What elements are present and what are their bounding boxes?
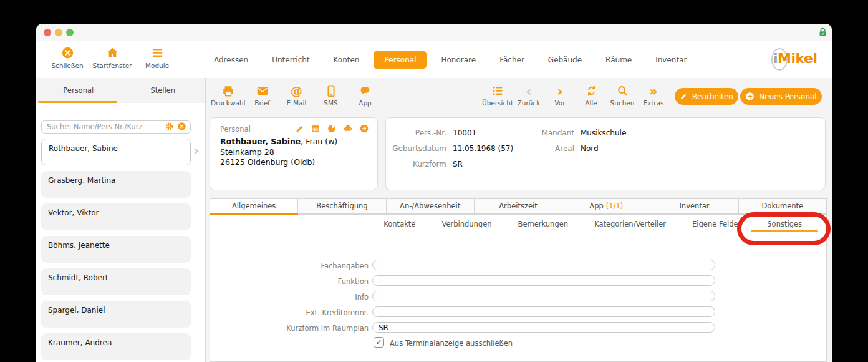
nav-tab-unterricht[interactable]: Unterricht xyxy=(260,51,321,69)
druckwahl-button[interactable]: Druckwahl xyxy=(211,83,245,107)
menu-icon xyxy=(135,46,180,60)
vor-label: Vor xyxy=(544,99,576,107)
zurueck-button[interactable]: ‹ Zurück xyxy=(513,83,544,107)
brief-button[interactable]: Brief xyxy=(245,83,279,107)
fachangaben-input[interactable] xyxy=(372,260,715,270)
schliessen-button[interactable]: Schließen xyxy=(45,46,90,69)
calendar-icon[interactable] xyxy=(311,124,321,134)
search-clear-icon[interactable] xyxy=(177,122,186,134)
sidebar-tabs: Personal Stellen xyxy=(36,78,205,103)
close-circle-icon xyxy=(45,46,90,60)
list-item-person[interactable]: Kraumer, Andrea xyxy=(41,333,191,360)
uebersicht-button[interactable]: Übersicht xyxy=(482,83,513,107)
tab-label: App xyxy=(589,202,603,210)
phone-icon xyxy=(314,83,348,99)
schliessen-label: Schließen xyxy=(45,62,90,69)
kurzform-raumplan-input[interactable] xyxy=(372,322,715,333)
module-button[interactable]: Module xyxy=(135,46,180,69)
nav-tab-raeume[interactable]: Räume xyxy=(594,51,644,69)
nav-tab-inventar[interactable]: Inventar xyxy=(644,51,698,69)
tab-beschaeftigung[interactable]: Beschäftigung xyxy=(297,198,385,214)
email-label: E-Mail xyxy=(279,99,314,107)
nav-tab-adressen[interactable]: Adressen xyxy=(202,51,260,69)
search-settings-gear-icon[interactable] xyxy=(165,122,174,134)
person-name-suffix: , Frau (w) xyxy=(301,137,337,146)
robot-icon[interactable] xyxy=(343,124,353,134)
sidebar: Personal Stellen Rothbauer, Sabine Grasb… xyxy=(36,78,206,362)
arrow-right-circle-icon[interactable] xyxy=(359,124,369,134)
funktion-input[interactable] xyxy=(372,275,715,286)
tab-an-abwesenheit[interactable]: An-/Abwesenheit xyxy=(386,198,474,214)
sidebar-tab-stellen[interactable]: Stellen xyxy=(121,78,206,103)
person-card-title: Personal xyxy=(220,125,251,134)
email-button[interactable]: @ E-Mail xyxy=(279,83,314,107)
tab-app[interactable]: App(1/1) xyxy=(562,198,650,214)
extras-button[interactable]: » Extras xyxy=(638,83,669,107)
pers-nr-value: 10001 xyxy=(453,129,476,137)
tab-allgemeines[interactable]: Allgemeines xyxy=(210,198,297,214)
nav-tab-faecher[interactable]: Fächer xyxy=(488,51,536,69)
list-item-person[interactable]: Böhms, Jeanette xyxy=(41,236,191,263)
list-item-person[interactable]: Grasberg, Martina xyxy=(41,171,191,198)
person-name-bold: Rothbauer, Sabine xyxy=(220,137,301,146)
logo-rest: Mikel xyxy=(778,51,817,66)
subtab-kontakte[interactable]: Kontakte xyxy=(370,215,428,233)
zoom-window-button[interactable] xyxy=(66,29,74,36)
pie-chart-icon[interactable] xyxy=(327,124,337,134)
terminalanzeige-checkbox[interactable]: ✓ xyxy=(374,337,384,348)
sidebar-tab-personal[interactable]: Personal xyxy=(36,78,121,103)
neues-personal-label: Neues Personal xyxy=(759,92,816,101)
nav-tab-konten[interactable]: Konten xyxy=(322,51,372,69)
bearbeiten-label: Bearbeiten xyxy=(692,92,733,101)
list-item-person[interactable]: Rothbauer, Sabine xyxy=(41,139,191,165)
subtab-eigene-felder[interactable]: Eigene Felder xyxy=(679,215,754,233)
main-area: Druckwahl Brief @ E-Mail SMS xyxy=(206,78,832,362)
selected-chevron-icon[interactable]: › xyxy=(194,143,199,158)
ext-kreditorennr-input[interactable] xyxy=(372,306,715,317)
info-input[interactable] xyxy=(372,291,715,301)
tab-dokumente[interactable]: Dokumente xyxy=(738,198,827,214)
imikel-logo: iMikel xyxy=(764,48,822,71)
list-item-person[interactable]: Schmidt, Robert xyxy=(41,268,191,295)
subtab-bemerkungen[interactable]: Bemerkungen xyxy=(505,215,582,233)
startfenster-label: Startfenster xyxy=(90,62,135,69)
subtab-kategorien-verteiler[interactable]: Kategorien/Verteiler xyxy=(581,215,679,233)
app-button[interactable]: App xyxy=(348,83,382,107)
nav-tab-gebaeude[interactable]: Gebäude xyxy=(536,51,594,69)
printer-icon xyxy=(211,83,245,99)
at-icon: @ xyxy=(279,83,314,99)
vor-button[interactable]: › Vor xyxy=(544,83,576,107)
subtab-verbindungen[interactable]: Verbindungen xyxy=(428,215,504,233)
bearbeiten-button[interactable]: Bearbeiten xyxy=(675,88,738,105)
sms-button[interactable]: SMS xyxy=(314,83,348,107)
tab-label: Inventar xyxy=(679,202,709,210)
subtab-sonstiges[interactable]: Sonstiges xyxy=(754,215,815,233)
funktion-label: Funktion xyxy=(210,277,369,286)
info-label: Info xyxy=(210,293,369,301)
startfenster-button[interactable]: Startfenster xyxy=(90,46,135,69)
extras-label: Extras xyxy=(638,99,669,107)
list-item-person[interactable]: Spargel, Daniel xyxy=(41,301,191,328)
edit-pencil-icon[interactable] xyxy=(295,124,304,134)
terminalanzeige-checkbox-label: Aus Terminalanzeige ausschließen xyxy=(390,339,513,348)
areal-label: Areal xyxy=(514,144,574,153)
geburtsdatum-value: 11.05.1968 (57) xyxy=(453,144,513,153)
tab-inventar[interactable]: Inventar xyxy=(650,198,738,214)
tab-label: Dokumente xyxy=(762,202,804,210)
tab-arbeitszeit[interactable]: Arbeitszeit xyxy=(474,198,562,214)
ext-kreditorennr-label: Ext. Kreditorennr. xyxy=(210,308,369,317)
close-window-button[interactable] xyxy=(44,29,51,36)
fachangaben-label: Fachangaben xyxy=(210,262,369,270)
titlebar xyxy=(36,24,832,41)
list-item-person[interactable]: Vektor, Viktor xyxy=(41,203,191,230)
geburtsdatum-label: Geburtsdatum xyxy=(386,144,446,153)
nav-tab-honorare[interactable]: Honorare xyxy=(429,51,488,69)
alle-button[interactable]: Alle xyxy=(576,83,607,107)
suchen-button[interactable]: Suchen xyxy=(607,83,638,107)
druckwahl-label: Druckwahl xyxy=(211,99,245,107)
minimize-window-button[interactable] xyxy=(55,29,62,36)
neues-personal-button[interactable]: Neues Personal xyxy=(740,88,822,105)
nav-tab-personal[interactable]: Personal xyxy=(374,51,427,69)
kurzform-raumplan-label: Kurzform im Raumplan xyxy=(210,324,369,333)
home-icon xyxy=(90,46,135,60)
